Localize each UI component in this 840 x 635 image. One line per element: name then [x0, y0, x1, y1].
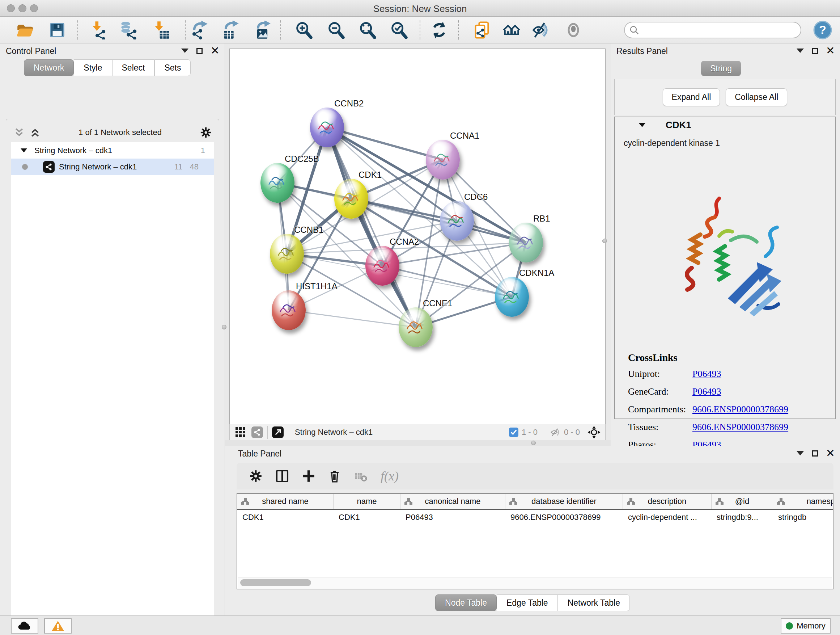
column-header-namespace[interactable]: namespace [773, 494, 834, 509]
expand-all-button[interactable]: Expand All [663, 88, 720, 106]
network-row-selected[interactable]: String Network – cdk1 11 48 [11, 158, 214, 175]
gene-section-header[interactable]: CDK1 [615, 117, 835, 133]
column-header-description[interactable]: description [623, 494, 712, 509]
hide-selected-button[interactable] [531, 19, 552, 41]
zoom-out-button[interactable] [325, 19, 347, 41]
close-panel-icon[interactable]: ✕ [826, 450, 835, 457]
help-button[interactable]: ? [812, 19, 833, 41]
network-node-ccne1[interactable] [399, 307, 433, 347]
network-node-ccna2[interactable] [365, 246, 399, 286]
table-cell[interactable]: CDK1 [333, 510, 401, 526]
tab-select[interactable]: Select [112, 59, 155, 76]
scrollbar-thumb[interactable] [240, 579, 311, 586]
column-header--id[interactable]: @id [712, 494, 773, 509]
float-panel-icon[interactable] [797, 451, 804, 455]
table-horizontal-scrollbar[interactable] [238, 577, 832, 588]
table-row[interactable]: CDK1CDK1P064939606.ENSP00000378699cyclin… [237, 510, 833, 526]
column-header-canonical-name[interactable]: canonical name [401, 494, 505, 509]
show-all-button[interactable] [563, 19, 584, 41]
float-panel-icon[interactable] [797, 49, 804, 53]
birds-eye-toggle-icon[interactable] [587, 425, 601, 439]
search-box[interactable] [624, 22, 801, 38]
grid-view-icon[interactable] [235, 426, 246, 438]
table-cell[interactable]: stringdb:9... [712, 510, 773, 526]
crosslink-link[interactable]: P06493 [692, 369, 721, 379]
tab-node-table[interactable]: Node Table [435, 594, 497, 611]
network-canvas[interactable]: CCNB2 CCNA1 CDC25B CDK1 CDC6 RB1 [229, 49, 606, 424]
column-header-shared-name[interactable]: shared name [237, 494, 333, 509]
float-panel-icon[interactable] [181, 49, 188, 53]
section-collapse-icon[interactable] [639, 123, 645, 127]
network-collection-row[interactable]: String Network – cdk1 1 [11, 142, 214, 158]
import-network-from-file-button[interactable] [88, 19, 109, 41]
network-node-cdc6[interactable] [440, 201, 474, 241]
vertical-splitter-grip[interactable] [222, 325, 226, 329]
tree-collapse-icon[interactable] [21, 149, 27, 152]
network-node-cdc25b[interactable] [261, 163, 294, 203]
protein-thumbnail [371, 255, 393, 278]
open-file-button[interactable] [14, 19, 35, 41]
tab-network[interactable]: Network [24, 59, 74, 76]
crosslink-link[interactable]: 9606.ENSP00000378699 [692, 422, 788, 432]
warning-status-button[interactable] [44, 618, 72, 633]
memory-button[interactable]: Memory [781, 618, 831, 633]
cloud-status-button[interactable] [11, 618, 38, 633]
import-network-from-database-button[interactable] [118, 19, 139, 41]
crosslink-link[interactable]: P06493 [692, 386, 721, 397]
crosslink-link[interactable]: 9606.ENSP00000378699 [692, 404, 788, 415]
table-cell[interactable]: P06493 [401, 510, 505, 526]
export-image-button[interactable] [251, 19, 272, 41]
first-neighbors-button[interactable] [501, 19, 522, 41]
network-edge[interactable] [327, 127, 416, 327]
maximize-panel-icon[interactable] [812, 450, 818, 456]
network-node-cdk1[interactable] [334, 179, 368, 219]
node-table[interactable]: shared namename canonical name database … [237, 493, 834, 589]
tab-sets[interactable]: Sets [155, 59, 191, 76]
refresh-button[interactable] [429, 19, 450, 41]
network-edge[interactable] [289, 310, 416, 327]
selected-checkbox-icon[interactable] [508, 427, 519, 437]
zoom-in-button[interactable] [294, 19, 314, 41]
search-input[interactable] [639, 25, 791, 35]
export-network-button[interactable] [189, 19, 210, 41]
network-node-hist1h1a[interactable] [272, 290, 306, 330]
expand-all-icon[interactable] [30, 127, 41, 138]
gear-icon[interactable] [200, 126, 212, 139]
tab-style[interactable]: Style [74, 59, 112, 76]
maximize-panel-icon[interactable] [812, 48, 818, 54]
zoom-fit-button[interactable] [357, 19, 378, 41]
column-header-database-identifier[interactable]: database identifier [505, 494, 623, 509]
table-settings-gear-icon[interactable] [249, 469, 263, 483]
network-node-cdkn1a[interactable] [495, 277, 529, 317]
network-node-ccna1[interactable] [426, 140, 460, 180]
close-panel-icon[interactable]: ✕ [210, 47, 219, 54]
network-node-rb1[interactable] [509, 223, 543, 263]
table-cell[interactable]: cyclin-dependent ... [623, 510, 712, 526]
import-table-from-file-button[interactable] [151, 19, 172, 41]
close-panel-icon[interactable]: ✕ [826, 47, 835, 54]
vertical-splitter-grip[interactable] [602, 239, 607, 243]
export-table-button[interactable] [220, 19, 241, 41]
save-session-button[interactable] [47, 19, 68, 41]
table-cell[interactable]: CDK1 [237, 510, 333, 526]
tab-network-table[interactable]: Network Table [558, 594, 630, 611]
tab-edge-table[interactable]: Edge Table [497, 594, 558, 611]
tab-string[interactable]: String [701, 61, 741, 76]
collapse-all-icon[interactable] [14, 127, 25, 138]
detach-view-icon[interactable] [272, 426, 284, 438]
column-header-name[interactable]: name [333, 494, 401, 509]
zoom-selected-button[interactable] [388, 19, 409, 41]
network-node-ccnb1[interactable] [270, 234, 304, 274]
network-view-icon[interactable] [251, 426, 263, 438]
show-columns-icon[interactable] [275, 469, 289, 483]
table-cell[interactable]: 9606.ENSP00000378699 [505, 510, 623, 526]
table-cell[interactable]: stringdb [773, 510, 834, 526]
maximize-panel-icon[interactable] [196, 48, 202, 54]
duplicate-network-button[interactable] [472, 19, 493, 41]
collapse-all-button[interactable]: Collapse All [726, 88, 787, 106]
network-node-ccnb2[interactable] [310, 108, 344, 147]
network-view-title: String Network – cdk1 [295, 428, 373, 437]
delete-column-icon[interactable] [328, 469, 341, 483]
horizontal-splitter-grip[interactable] [531, 440, 536, 445]
add-column-icon[interactable] [302, 469, 316, 483]
